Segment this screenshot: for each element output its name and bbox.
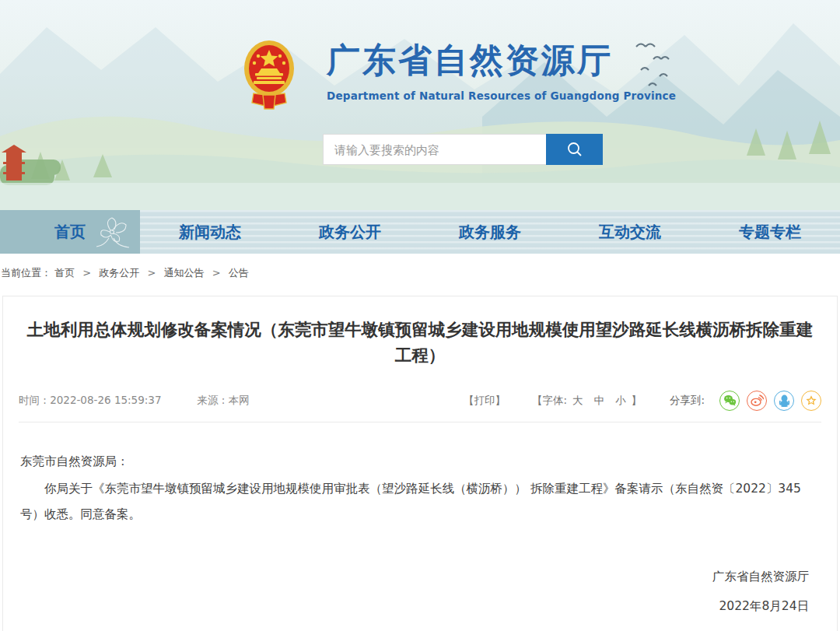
breadcrumb-strip: 当前位置： 首页 > 政务公开 > 通知公告 > 公告 xyxy=(0,254,840,296)
time-label: 时间 : xyxy=(19,394,47,406)
site-logo-group[interactable]: 广东省自然资源厅 Department of Natural Resources… xyxy=(243,39,676,110)
article-meta-left: 时间 : 2022-08-26 15:59:37 来源 : 本网 xyxy=(19,394,250,408)
share-label: 分享到: xyxy=(670,394,705,408)
font-size-suffix: 】 xyxy=(631,394,642,408)
breadcrumb: 当前位置： 首页 > 政务公开 > 通知公告 > 公告 xyxy=(0,254,840,280)
font-size-small-button[interactable]: 小 xyxy=(615,394,626,408)
breadcrumb-separator: > xyxy=(147,267,156,279)
breadcrumb-link-announcement[interactable]: 公告 xyxy=(229,267,249,279)
share-weibo-button[interactable] xyxy=(747,391,767,411)
nav-item-label: 互动交流 xyxy=(599,222,661,243)
breadcrumb-prefix: 当前位置： xyxy=(1,267,51,279)
source-label: 来源 : xyxy=(198,394,226,406)
nav-item-special[interactable]: 专题专栏 xyxy=(700,210,840,254)
article-title: 土地利用总体规划修改备案情况（东莞市望牛墩镇预留城乡建设用地规模使用望沙路延长线… xyxy=(26,317,814,369)
nav-item-label: 专题专栏 xyxy=(739,222,801,243)
breadcrumb-link-gov-open[interactable]: 政务公开 xyxy=(99,267,139,279)
nav-item-home[interactable]: 首页 xyxy=(0,210,140,254)
article-salutation: 东莞市自然资源局： xyxy=(20,449,820,475)
source-value: 本网 xyxy=(229,394,250,406)
article-card: 土地利用总体规划修改备案情况（东莞市望牛墩镇预留城乡建设用地规模使用望沙路延长线… xyxy=(2,296,838,631)
nav-item-gov-open[interactable]: 政务公开 xyxy=(280,210,420,254)
breadcrumb-link-home[interactable]: 首页 xyxy=(54,267,75,279)
article-signature: 广东省自然资源厅 xyxy=(3,563,809,592)
font-size-medium-button[interactable]: 中 xyxy=(593,394,604,408)
qq-icon xyxy=(779,394,790,407)
article-meta-row: 时间 : 2022-08-26 15:59:37 来源 : 本网 【打印】 【字… xyxy=(19,391,821,411)
nav-item-interaction[interactable]: 互动交流 xyxy=(560,210,700,254)
site-banner: 广东省自然资源厅 Department of Natural Resources… xyxy=(0,0,840,210)
share-wechat-button[interactable] xyxy=(719,391,740,411)
share-qzone-button[interactable] xyxy=(801,391,821,411)
article-date: 2022年8月24日 xyxy=(3,592,809,622)
flower-decoration-icon xyxy=(93,215,134,251)
article-paragraph: 你局关于《东莞市望牛墩镇预留城乡建设用地规模使用审批表（望沙路延长线（横沥桥））… xyxy=(20,476,820,528)
nav-item-news[interactable]: 新闻动态 xyxy=(140,210,280,254)
font-size-prefix: 【字体: xyxy=(532,394,567,408)
article-body: 东莞市自然资源局： 你局关于《东莞市望牛墩镇预留城乡建设用地规模使用审批表（望沙… xyxy=(20,449,820,528)
search-icon xyxy=(566,141,583,158)
site-title: 广东省自然资源厅 xyxy=(327,42,676,79)
time-value: 2022-08-26 15:59:37 xyxy=(50,394,161,406)
nav-item-gov-service[interactable]: 政务服务 xyxy=(420,210,560,254)
font-size-controls: 【字体: 大 中 小 】 xyxy=(532,394,642,408)
font-size-large-button[interactable]: 大 xyxy=(572,394,583,408)
breadcrumb-separator: > xyxy=(82,267,91,279)
print-button[interactable]: 【打印】 xyxy=(464,394,506,408)
search-button[interactable] xyxy=(546,134,603,165)
wechat-icon xyxy=(723,394,737,406)
main-nav: 首页 新闻动态 政务公开 政务服务 互动交流 专题专栏 xyxy=(0,210,840,254)
article-time: 时间 : 2022-08-26 15:59:37 xyxy=(19,394,162,408)
meta-divider xyxy=(19,422,821,422)
star-icon xyxy=(805,394,817,407)
search-input[interactable] xyxy=(323,134,546,165)
breadcrumb-link-notices[interactable]: 通知公告 xyxy=(164,267,205,279)
nav-item-label: 政务公开 xyxy=(319,222,381,243)
share-qq-button[interactable] xyxy=(774,391,794,411)
nav-item-label: 政务服务 xyxy=(459,222,521,243)
page: 广东省自然资源厅 Department of Natural Resources… xyxy=(0,0,840,631)
nav-item-label: 首页 xyxy=(54,222,86,243)
national-emblem-icon xyxy=(243,39,296,110)
article-signature-block: 广东省自然资源厅 2022年8月24日 xyxy=(3,563,809,622)
site-subtitle: Department of Natural Resources of Guang… xyxy=(327,89,676,102)
site-title-block: 广东省自然资源厅 Department of Natural Resources… xyxy=(327,39,676,102)
article-meta-right: 【打印】 【字体: 大 中 小 】 分享到: xyxy=(464,391,821,411)
weibo-icon xyxy=(751,394,764,406)
nav-item-label: 新闻动态 xyxy=(179,222,241,243)
site-search xyxy=(323,134,603,165)
breadcrumb-separator: > xyxy=(212,267,221,279)
article-source: 来源 : 本网 xyxy=(198,394,250,408)
